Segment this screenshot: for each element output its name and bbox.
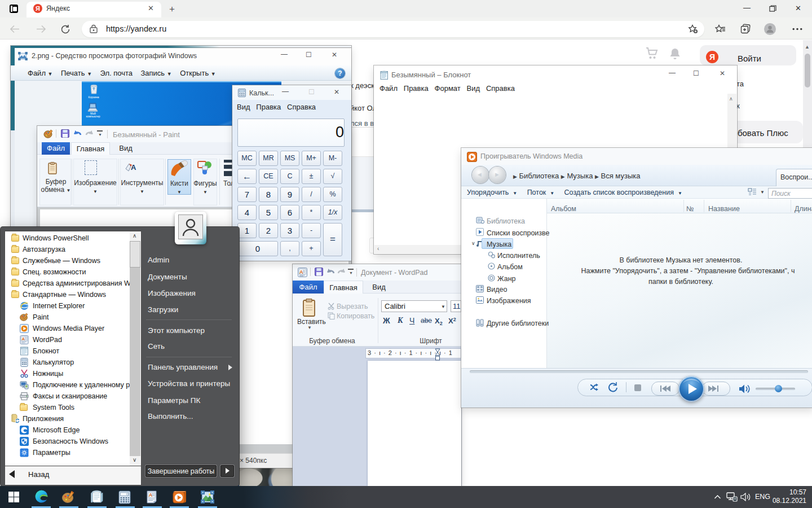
svg-text:A: A (131, 163, 136, 172)
svg-text:A: A (149, 492, 153, 498)
svg-text:A: A (299, 269, 303, 275)
